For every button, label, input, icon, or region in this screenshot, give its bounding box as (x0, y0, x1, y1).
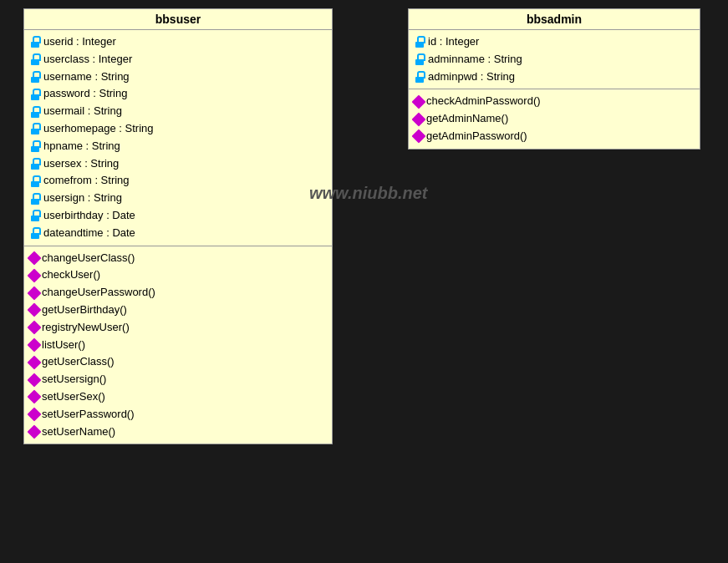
attr-text: id : Integer (428, 33, 479, 51)
method-row: setUsersign() (29, 371, 327, 388)
bbsadmin-attributes: id : Integeradminname : Stringadminpwd :… (409, 30, 700, 89)
method-text: getUserBirthday() (42, 302, 127, 319)
lock-icon (29, 53, 41, 65)
attr-text: comefrom : String (43, 172, 130, 190)
lock-icon (29, 210, 41, 221)
diamond-icon (28, 286, 42, 300)
lock-icon (29, 140, 41, 152)
attr-text: userclass : Integer (43, 51, 132, 68)
bbsuser-methods: changeUserClass()checkUser()changeUserPa… (24, 246, 332, 444)
method-row: registryNewUser() (29, 319, 327, 337)
method-text: getAdminPassword() (426, 128, 527, 145)
attr-row: adminpwd : String (414, 68, 695, 86)
method-row: setUserSex() (29, 388, 327, 406)
diamond-icon (412, 94, 426, 109)
attr-text: userbirthday : Date (43, 207, 135, 225)
method-text: changeUserClass() (42, 250, 135, 267)
bbsadmin-title: bbsadmin (409, 9, 700, 30)
attr-row: usersex : String (29, 155, 327, 173)
method-row: checkAdminPassword() (414, 93, 695, 110)
bbsadmin-methods: checkAdminPassword()getAdminName()getAdm… (409, 89, 700, 148)
attr-text: userhomepage : String (43, 120, 154, 138)
method-text: checkUser() (42, 266, 100, 284)
attr-row: comefrom : String (29, 172, 327, 190)
method-row: getAdminName() (414, 110, 695, 128)
diamond-icon (28, 373, 42, 387)
method-text: getUserClass() (42, 353, 115, 371)
method-text: setUsersign() (42, 371, 106, 388)
lock-icon (29, 123, 41, 134)
attr-row: userbirthday : Date (29, 207, 327, 225)
lock-icon (29, 227, 41, 239)
diamond-icon (28, 390, 42, 404)
method-row: getAdminPassword() (414, 128, 695, 145)
attr-text: adminpwd : String (428, 68, 515, 86)
diamond-icon (412, 112, 426, 126)
diamond-icon (28, 321, 42, 335)
method-text: getAdminName() (426, 110, 508, 128)
attr-row: hpname : String (29, 138, 327, 155)
attr-text: usermail : String (43, 103, 122, 120)
diamond-icon (28, 408, 42, 422)
attr-text: adminname : String (428, 51, 522, 68)
lock-icon (29, 71, 41, 83)
method-row: changeUserClass() (29, 250, 327, 267)
diamond-icon (28, 303, 42, 317)
attr-text: dateandtime : Date (43, 225, 135, 242)
method-text: setUserPassword() (42, 406, 135, 424)
lock-icon (414, 53, 425, 65)
method-row: setUserPassword() (29, 406, 327, 424)
attr-row: userid : Integer (29, 33, 327, 51)
lock-icon (29, 175, 41, 187)
attr-row: usermail : String (29, 103, 327, 120)
method-text: setUserSex() (42, 388, 105, 406)
diamond-icon (28, 268, 42, 282)
attr-row: userhomepage : String (29, 120, 327, 138)
method-row: listUser() (29, 337, 327, 354)
method-text: listUser() (42, 337, 85, 354)
attr-text: username : String (43, 68, 130, 86)
attr-row: password : String (29, 85, 327, 103)
lock-icon (29, 89, 41, 100)
attr-row: dateandtime : Date (29, 225, 327, 242)
lock-icon (414, 36, 425, 48)
bbsuser-class: bbsuser userid : Integeruserclass : Inte… (23, 8, 333, 444)
attr-text: userid : Integer (43, 33, 116, 51)
method-text: checkAdminPassword() (426, 93, 541, 110)
bbsuser-title: bbsuser (24, 9, 332, 30)
method-row: checkUser() (29, 266, 327, 284)
method-row: setUserName() (29, 424, 327, 441)
attr-row: adminname : String (414, 51, 695, 68)
bbsuser-attributes: userid : Integeruserclass : Integerusern… (24, 30, 332, 246)
diamond-icon (28, 337, 42, 352)
method-text: registryNewUser() (42, 319, 130, 337)
method-row: getUserClass() (29, 353, 327, 371)
attr-row: id : Integer (414, 33, 695, 51)
lock-icon (414, 71, 425, 83)
diamond-icon (28, 355, 42, 369)
diamond-icon (412, 129, 426, 144)
attr-row: usersign : String (29, 190, 327, 207)
method-text: setUserName() (42, 424, 115, 441)
lock-icon (29, 36, 41, 48)
attr-text: usersex : String (43, 155, 119, 173)
attr-row: username : String (29, 68, 327, 86)
attr-text: hpname : String (43, 138, 120, 155)
lock-icon (29, 158, 41, 170)
diamond-icon (28, 424, 42, 439)
attr-row: userclass : Integer (29, 51, 327, 68)
method-row: changeUserPassword() (29, 284, 327, 302)
diamond-icon (28, 251, 42, 265)
method-row: getUserBirthday() (29, 302, 327, 319)
attr-text: password : String (43, 85, 127, 103)
lock-icon (29, 193, 41, 205)
bbsadmin-class: bbsadmin id : Integeradminname : Stringa… (408, 8, 700, 150)
attr-text: usersign : String (43, 190, 122, 207)
method-text: changeUserPassword() (42, 284, 155, 302)
lock-icon (29, 106, 41, 118)
